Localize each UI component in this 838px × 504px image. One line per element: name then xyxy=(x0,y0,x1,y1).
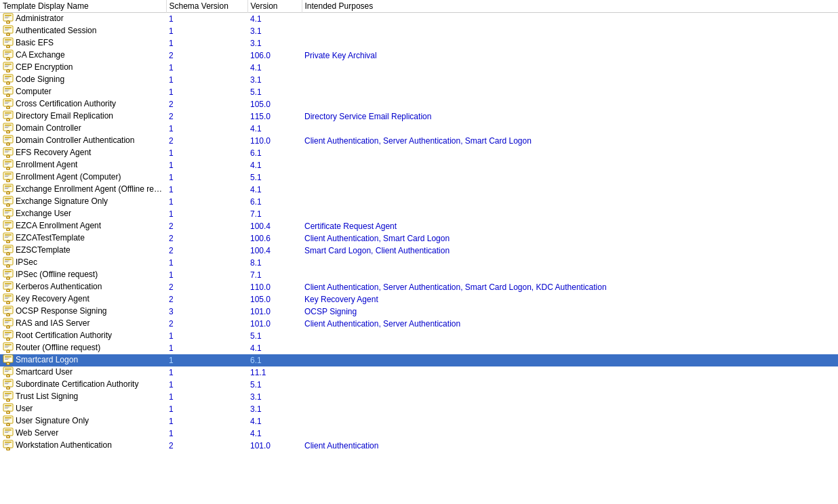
svg-text:★: ★ xyxy=(7,447,9,450)
table-row[interactable]: ★ Code Signing13.1 xyxy=(0,74,838,86)
template-name-text: Directory Email Replication xyxy=(16,111,113,121)
table-row[interactable]: ★ Cross Certification Authority2105.0 xyxy=(0,98,838,110)
table-row[interactable]: ★ CA Exchange2106.0Private Key Archival xyxy=(0,49,838,62)
certificate-icon: ★ xyxy=(3,269,14,280)
svg-rect-103 xyxy=(5,222,12,224)
table-row[interactable]: ★ Trust List Signing13.1 xyxy=(0,391,838,403)
col-header-version[interactable]: Version xyxy=(247,0,302,13)
table-row[interactable]: ★ EZCATestTemplate2100.6Client Authentic… xyxy=(0,232,838,245)
svg-rect-141 xyxy=(5,298,8,299)
cell-intended xyxy=(302,62,838,74)
certificate-icon: ★ xyxy=(3,281,14,292)
template-name-text: OCSP Response Signing xyxy=(16,306,107,316)
cell-schema: 2 xyxy=(166,245,247,257)
svg-rect-201 xyxy=(5,420,8,421)
table-row[interactable]: ★ Enrollment Agent14.1 xyxy=(0,159,838,171)
table-row[interactable]: ★ User Signature Only14.1 xyxy=(0,415,838,427)
table-row[interactable]: ★ EZSCTemplate2100.4Smart Card Logon, Cl… xyxy=(0,245,838,257)
col-header-name[interactable]: Template Display Name xyxy=(0,0,166,13)
table-row[interactable]: ★ Web Server14.1 xyxy=(0,427,838,440)
table-row[interactable]: ★ Router (Offline request)14.1 xyxy=(0,342,838,354)
table-row[interactable]: ★ Enrollment Agent (Computer)15.1 xyxy=(0,171,838,184)
cell-version: 6.1 xyxy=(247,196,302,208)
table-row[interactable]: ★ Domain Controller Authentication2110.0… xyxy=(0,135,838,147)
svg-rect-51 xyxy=(5,115,8,116)
cell-version: 4.1 xyxy=(247,62,302,74)
table-row[interactable]: ★ User13.1 xyxy=(0,403,838,415)
svg-rect-8 xyxy=(5,29,9,30)
table-row[interactable]: ★ EFS Recovery Agent16.1 xyxy=(0,147,838,159)
table-row[interactable]: ★ Authenticated Session13.1 xyxy=(0,25,838,37)
table-row[interactable]: ★ Directory Email Replication2115.0Direc… xyxy=(0,110,838,123)
table-row[interactable]: ★ Smartcard Logon16.1 xyxy=(0,354,838,366)
col-header-schema[interactable]: Schema Version xyxy=(166,0,247,13)
table-row[interactable]: ★ Exchange User17.1 xyxy=(0,208,838,220)
table-row[interactable]: ★ IPSec (Offline request)17.1 xyxy=(0,269,838,281)
svg-rect-75 xyxy=(5,164,8,165)
svg-rect-157 xyxy=(5,332,12,333)
col-header-intended[interactable]: Intended Purposes xyxy=(302,0,838,13)
table-row[interactable]: ★ Workstation Authentication2101.0Client… xyxy=(0,440,838,452)
table-row[interactable]: ★ Domain Controller14.1 xyxy=(0,123,838,135)
table-row[interactable]: ★ Smartcard User111.1 xyxy=(0,366,838,379)
table-row[interactable]: ★ Kerberos Authentication2110.0Client Au… xyxy=(0,281,838,293)
svg-rect-212 xyxy=(5,444,9,444)
table-row[interactable]: ★ OCSP Response Signing3101.0OCSP Signin… xyxy=(0,306,838,318)
svg-text:★: ★ xyxy=(7,228,9,231)
cell-version: 5.1 xyxy=(247,379,302,391)
cell-name: ★ Web Server xyxy=(0,427,166,440)
svg-text:★: ★ xyxy=(7,215,9,219)
table-row[interactable]: ★ Key Recovery Agent2105.0Key Recovery A… xyxy=(0,293,838,306)
table-row[interactable]: ★ Basic EFS13.1 xyxy=(0,37,838,49)
svg-rect-91 xyxy=(5,198,12,199)
cell-schema: 1 xyxy=(166,184,247,196)
svg-rect-129 xyxy=(5,274,8,274)
table-row[interactable]: ★ Subordinate Certification Authority15.… xyxy=(0,379,838,391)
cell-intended: Smart Card Logon, Client Authentication xyxy=(302,245,838,257)
cell-intended xyxy=(302,98,838,110)
template-name-text: EZCATestTemplate xyxy=(16,233,85,243)
svg-text:★: ★ xyxy=(7,350,9,353)
cell-name: ★ Trust List Signing xyxy=(0,391,166,403)
svg-rect-56 xyxy=(5,127,9,127)
cell-schema: 1 xyxy=(166,159,247,171)
cell-version: 3.1 xyxy=(247,74,302,86)
cell-intended xyxy=(302,86,838,98)
template-name-text: Authenticated Session xyxy=(16,26,96,35)
table-row[interactable]: ★ EZCA Enrollment Agent2100.4Certificate… xyxy=(0,220,838,232)
cell-name: ★ Exchange User xyxy=(0,208,166,220)
svg-rect-13 xyxy=(5,39,12,41)
cell-schema: 1 xyxy=(166,415,247,427)
table-row[interactable]: ★ Administrator14.1 xyxy=(0,13,838,26)
table-row[interactable]: ★ IPSec18.1 xyxy=(0,257,838,269)
table-row[interactable]: ★ Computer15.1 xyxy=(0,86,838,98)
cell-intended: OCSP Signing xyxy=(302,306,838,318)
cell-intended: Client Authentication, Server Authentica… xyxy=(302,135,838,147)
svg-rect-121 xyxy=(5,259,12,260)
cell-name: ★ Router (Offline request) xyxy=(0,342,166,354)
svg-rect-9 xyxy=(5,30,8,30)
cell-name: ★ Exchange Signature Only xyxy=(0,196,166,208)
svg-rect-37 xyxy=(5,88,12,89)
table-row[interactable]: ★ RAS and IAS Server2101.0Client Authent… xyxy=(0,318,838,330)
cell-name: ★ Cross Certification Authority xyxy=(0,98,166,110)
table-row[interactable]: ★ Root Certification Authority15.1 xyxy=(0,330,838,342)
cell-name: ★ Smartcard Logon xyxy=(0,354,166,366)
cell-schema: 1 xyxy=(166,74,247,86)
table-row[interactable]: ★ Exchange Signature Only16.1 xyxy=(0,196,838,208)
svg-rect-20 xyxy=(5,54,9,54)
cell-name: ★ Administrator xyxy=(0,13,166,26)
template-name-text: EZSCTemplate xyxy=(16,245,71,255)
cell-schema: 1 xyxy=(166,208,247,220)
svg-rect-21 xyxy=(5,54,8,55)
cell-version: 5.1 xyxy=(247,171,302,184)
template-name-text: Cross Certification Authority xyxy=(16,99,116,108)
table-row[interactable]: ★ Exchange Enrollment Agent (Offline req… xyxy=(0,184,838,196)
table-row[interactable]: ★ CEP Encryption14.1 xyxy=(0,62,838,74)
certificate-icon: ★ xyxy=(3,403,14,414)
cell-version: 8.1 xyxy=(247,257,302,269)
template-name-text: Domain Controller Authentication xyxy=(16,135,134,145)
svg-rect-140 xyxy=(5,297,9,298)
svg-rect-45 xyxy=(5,103,8,104)
svg-rect-1 xyxy=(5,15,12,16)
